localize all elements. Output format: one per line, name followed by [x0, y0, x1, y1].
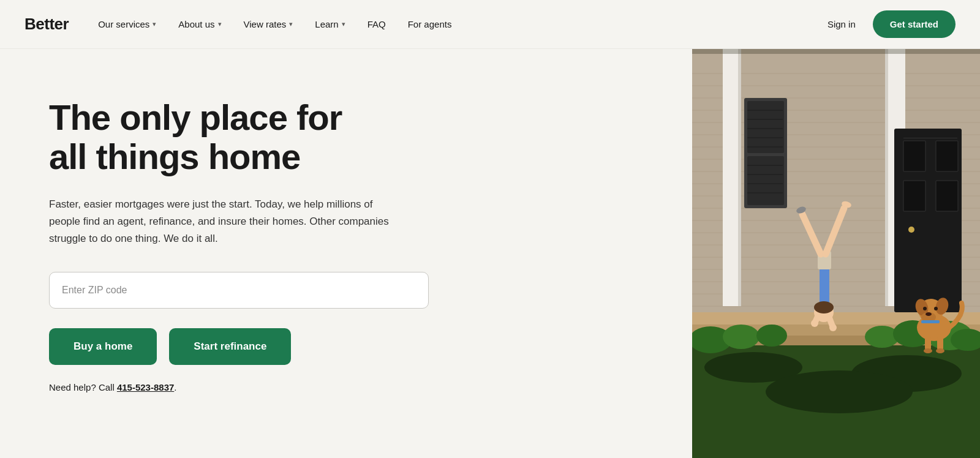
chevron-down-icon: ▾ — [218, 20, 222, 28]
hero-subtext: Faster, easier mortgages were just the s… — [49, 196, 404, 247]
svg-rect-26 — [738, 49, 741, 306]
nav-item-view-rates[interactable]: View rates ▾ — [234, 14, 303, 34]
nav-label-about-us: About us — [178, 19, 214, 29]
chevron-down-icon: ▾ — [289, 20, 293, 28]
svg-point-85 — [924, 348, 932, 353]
nav-item-faq[interactable]: FAQ — [358, 14, 396, 34]
hero-section: The only place for all things home Faste… — [0, 49, 980, 458]
hero-image — [692, 49, 980, 458]
nav-label-for-agents: For agents — [408, 19, 452, 29]
hero-heading-line1: The only place for — [49, 97, 342, 137]
nav-label-faq: FAQ — [368, 19, 386, 29]
svg-point-73 — [814, 301, 834, 313]
nav-item-learn[interactable]: Learn ▾ — [305, 14, 355, 34]
svg-rect-30 — [747, 101, 784, 153]
svg-rect-44 — [903, 181, 925, 211]
svg-point-80 — [923, 307, 927, 310]
svg-point-46 — [908, 227, 914, 233]
svg-rect-87 — [692, 49, 980, 54]
start-refinance-button[interactable]: Start refinance — [169, 328, 291, 365]
get-started-button[interactable]: Get started — [873, 10, 956, 38]
sign-in-button[interactable]: Sign in — [818, 14, 865, 34]
nav-label-our-services: Our services — [98, 19, 149, 29]
help-prefix: Need help? Call — [49, 382, 117, 392]
svg-rect-25 — [723, 49, 740, 306]
buy-home-button[interactable]: Buy a home — [49, 328, 157, 365]
help-text: Need help? Call 415-523-8837. — [49, 382, 441, 392]
cta-buttons: Buy a home Start refinance — [49, 328, 441, 365]
brand-logo[interactable]: Better — [24, 15, 69, 34]
svg-point-79 — [925, 312, 932, 316]
svg-rect-82 — [921, 320, 940, 323]
svg-rect-42 — [903, 141, 925, 171]
nav-links: Our services ▾ About us ▾ View rates ▾ L… — [88, 14, 818, 34]
nav-actions: Sign in Get started — [818, 10, 956, 38]
svg-rect-84 — [937, 337, 943, 350]
navbar: Better Our services ▾ About us ▾ View ra… — [0, 0, 980, 49]
nav-label-learn: Learn — [315, 19, 338, 29]
hero-heading-line2: all things home — [49, 137, 300, 176]
chevron-down-icon: ▾ — [153, 20, 156, 28]
svg-rect-43 — [936, 141, 958, 171]
svg-point-56 — [723, 325, 760, 349]
nav-label-view-rates: View rates — [244, 19, 287, 29]
svg-rect-31 — [747, 156, 784, 205]
svg-point-86 — [936, 348, 944, 353]
svg-point-54 — [766, 370, 913, 413]
svg-rect-47 — [903, 138, 957, 138]
nav-item-about-us[interactable]: About us ▾ — [168, 14, 231, 34]
chevron-down-icon: ▾ — [342, 20, 345, 28]
svg-point-57 — [756, 325, 787, 347]
zip-input-wrapper — [49, 272, 441, 309]
nav-item-our-services[interactable]: Our services ▾ — [88, 14, 166, 34]
nav-item-for-agents[interactable]: For agents — [398, 14, 462, 34]
svg-rect-28 — [885, 49, 888, 306]
svg-rect-66 — [820, 266, 829, 306]
svg-rect-83 — [925, 337, 931, 350]
help-suffix: . — [174, 382, 176, 392]
svg-rect-45 — [936, 181, 958, 211]
hero-heading: The only place for all things home — [49, 98, 441, 176]
help-phone-link[interactable]: 415-523-8837 — [117, 382, 174, 392]
zip-code-input[interactable] — [49, 272, 429, 309]
hero-illustration — [692, 49, 980, 458]
svg-point-81 — [934, 307, 938, 310]
hero-content: The only place for all things home Faste… — [49, 86, 441, 392]
